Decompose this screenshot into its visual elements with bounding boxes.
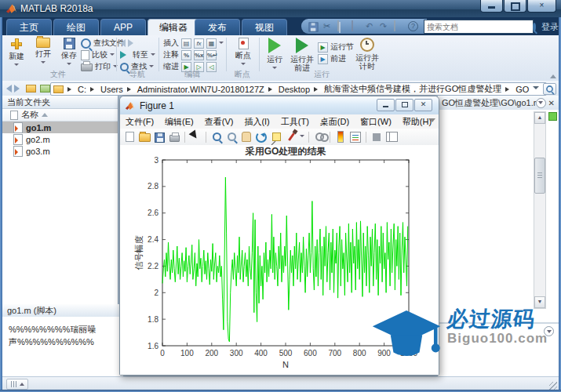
insert-function-icon[interactable]: fx [194, 38, 204, 49]
breadcrumb[interactable]: C:UsersAdministrator.WIN7U-20180127ZDesk… [50, 82, 547, 96]
figure-menu-item[interactable]: 编辑(E) [159, 116, 199, 128]
scroll-up-icon[interactable]: ▲ [534, 112, 545, 124]
data-cursor-button[interactable] [270, 131, 282, 143]
file-row[interactable]: go3.m [2, 145, 118, 157]
figure-menu-item[interactable]: 查看(V) [199, 116, 239, 128]
figure-titlebar[interactable]: Figure 1 ✕ [120, 96, 439, 115]
back-icon[interactable] [120, 39, 126, 47]
new-button[interactable]: 新建 [4, 37, 29, 71]
chevron-down-icon[interactable] [300, 135, 304, 140]
insert-section-icon[interactable]: ▤ [181, 38, 191, 49]
pan-button[interactable] [240, 131, 253, 143]
rotate-3d-button[interactable] [255, 131, 268, 143]
resize-grip[interactable] [549, 382, 557, 390]
undo-icon[interactable]: ↶ [366, 21, 376, 31]
link-plot-button[interactable] [313, 131, 326, 143]
help-icon[interactable]: ? [408, 21, 418, 31]
folder-search-button[interactable] [543, 83, 556, 95]
paste-icon[interactable] [352, 21, 362, 31]
editor-scrollbar[interactable]: ▲ ▼ [534, 111, 546, 309]
figure-menu-item[interactable]: 文件(F) [120, 116, 159, 128]
doc-search-box[interactable] [424, 20, 534, 34]
edit-plot-button[interactable] [189, 131, 202, 143]
scrollbar-thumb[interactable] [534, 158, 545, 194]
print-figure-button[interactable] [168, 131, 180, 143]
copy-icon[interactable] [337, 21, 348, 31]
figure-menu-item[interactable]: 工具(T) [275, 116, 315, 128]
goto-button[interactable]: 转至 [120, 49, 155, 60]
uncomment-icon[interactable]: %x [194, 50, 204, 60]
breadcrumb-segment[interactable]: C: [78, 85, 86, 94]
ribbon-tab-4[interactable]: 编辑器 [148, 19, 199, 36]
wrap-comment-icon[interactable]: %↵ [206, 50, 217, 60]
breadcrumb-segment[interactable]: Desktop [279, 85, 310, 94]
figure-menu-item[interactable]: 桌面(D) [315, 116, 355, 128]
hide-plot-tools-button[interactable] [370, 131, 383, 143]
browse-folder-icon[interactable] [40, 85, 50, 93]
new-figure-button[interactable] [123, 131, 136, 143]
zoom-out-button[interactable] [225, 131, 238, 143]
open-button[interactable]: 打开 [31, 37, 56, 71]
breadcrumb-segment[interactable]: GO [515, 85, 529, 94]
login-link[interactable]: 登录 [541, 21, 559, 33]
find-files-button[interactable]: 查找文件 [81, 38, 125, 49]
breadcrumb-segment[interactable]: Administrator.WIN7U-20180127Z [137, 85, 264, 94]
figure-menu-item[interactable]: 插入(I) [239, 116, 275, 128]
breadcrumb-segment[interactable]: 航海雷达中频信号建模，并进行GO恒虚警处理 [324, 83, 501, 95]
run-section-button[interactable]: ▶运行节 [318, 42, 354, 53]
zoom-in-button[interactable] [210, 131, 223, 143]
compare-button[interactable]: 比较 [81, 49, 125, 60]
nav-arrows[interactable] [120, 38, 155, 49]
figure-menu-item[interactable]: 窗口(W) [355, 116, 397, 128]
close-button[interactable]: × [527, 0, 556, 13]
save-figure-button[interactable] [153, 131, 166, 143]
breakpoints-button[interactable]: 断点 [230, 37, 257, 71]
comment-button[interactable]: 注释%%x%↵ [163, 49, 224, 60]
breadcrumb-dropdown-icon[interactable] [533, 86, 539, 93]
back-icon[interactable] [6, 85, 12, 93]
folder-up-icon[interactable] [26, 85, 36, 93]
code-analyzer-indicator[interactable] [548, 112, 557, 121]
current-folder-header[interactable]: 当前文件夹 [2, 96, 118, 109]
brush-button[interactable] [285, 131, 297, 143]
insert-legend-button[interactable] [349, 131, 362, 143]
show-plot-tools-button[interactable] [385, 131, 398, 143]
maximize-button[interactable] [504, 0, 526, 13]
collapse-ribbon-icon[interactable] [550, 71, 556, 78]
breadcrumb-segment[interactable]: Users [100, 85, 123, 94]
file-row[interactable]: go2.m [2, 133, 118, 145]
new-window-icon[interactable] [394, 21, 404, 31]
file-row[interactable]: go1.m [2, 122, 118, 133]
ribbon-tab-1[interactable]: 主页 [6, 19, 52, 36]
details-header[interactable]: go1.m (脚本) [2, 304, 122, 318]
ribbon-tab-2[interactable]: 绘图 [53, 19, 99, 36]
figure-close-button[interactable]: ✕ [414, 99, 432, 111]
forward-icon[interactable] [128, 39, 133, 47]
cut-icon[interactable]: ✂ [323, 21, 333, 31]
ribbon-tab-5[interactable]: 发布 [195, 19, 240, 36]
forward-icon[interactable] [14, 85, 20, 93]
search-icon[interactable] [533, 23, 536, 31]
ribbon-tab-3[interactable]: APP [100, 19, 146, 36]
save-icon[interactable] [309, 22, 319, 31]
status-menu-button[interactable] [6, 379, 28, 390]
insert-button[interactable]: 插入▤fx▦ [163, 38, 224, 49]
editor-tab-title[interactable]: GO恒虚警处理\GO\go1.m [438, 97, 536, 109]
menu-overflow-icon[interactable] [429, 118, 435, 125]
redo-icon[interactable]: ↷ [380, 21, 390, 31]
advance-button[interactable]: ▶前进 [318, 53, 354, 64]
ribbon-tab-6[interactable]: 视图 [242, 19, 287, 36]
minimize-button[interactable] [480, 0, 503, 13]
run-time-button[interactable]: 运行并计时 [353, 37, 381, 71]
search-input[interactable] [424, 23, 533, 31]
save-button[interactable]: 保存 [56, 37, 82, 71]
insert-block-icon[interactable]: ▦ [206, 38, 217, 49]
editor-close-icon[interactable]: ✕ [548, 99, 555, 107]
figure-minimize-button[interactable] [377, 99, 395, 111]
scroll-down-icon[interactable]: ▼ [534, 296, 545, 308]
name-column-header[interactable]: 名称 [2, 109, 118, 122]
insert-colorbar-button[interactable] [334, 131, 347, 143]
comment-icon[interactable]: % [181, 50, 191, 60]
editor-actions-button[interactable] [536, 98, 546, 108]
run-button[interactable]: 运行 [263, 37, 286, 71]
